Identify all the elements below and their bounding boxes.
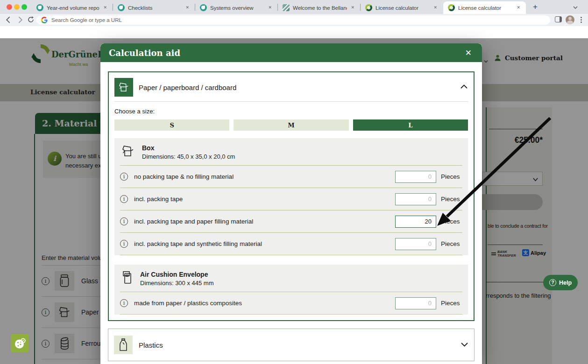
tab-title: License calculator xyxy=(375,5,430,11)
gruener-punkt-favicon xyxy=(365,4,372,11)
box-row-0: i no packing tape & no filling material … xyxy=(120,166,462,188)
address-placeholder: Search Google or type a URL xyxy=(51,17,122,23)
traffic-light-close[interactable] xyxy=(7,4,12,10)
welcome-page-favicon xyxy=(283,4,290,11)
paper-accordion-panel: Paper / paperboard / cardboard Choose a … xyxy=(108,71,475,321)
question-mark-icon: ? xyxy=(549,279,556,286)
browser-toolbar: Search Google or type a URL xyxy=(0,14,588,26)
bellandvision-favicon xyxy=(200,4,207,11)
info-icon[interactable]: i xyxy=(120,299,128,307)
unit-label: Pieces xyxy=(441,300,462,307)
plastics-section-title: Plastics xyxy=(139,341,163,349)
tab-checklists[interactable]: Checklists ✕ xyxy=(113,1,195,14)
pieces-input-filled[interactable] xyxy=(395,216,436,228)
size-selector: S M L xyxy=(114,119,468,131)
traffic-light-zoom[interactable] xyxy=(21,4,27,10)
tab-title: Year-end volume report xyxy=(47,5,99,11)
info-icon[interactable]: i xyxy=(120,240,128,248)
browser-tab-strip: Year-end volume report ✕ Checklists ✕ Sy… xyxy=(0,0,588,14)
tab-title: Welcome to the BellandVision w xyxy=(293,5,347,11)
tab-title: Checklists xyxy=(128,5,182,11)
tab-title: Systems overview xyxy=(210,5,264,11)
side-panel-icon[interactable] xyxy=(555,16,562,22)
pieces-input[interactable] xyxy=(395,297,436,309)
box-row-2: i incl. packing tape and paper filling m… xyxy=(120,210,462,233)
envelope-product-header: Air Cushion Envelope Dimensions: 300 x 4… xyxy=(120,265,462,292)
tab-welcome-bellandvision[interactable]: Welcome to the BellandVision w ✕ xyxy=(278,1,360,14)
unit-label: Pieces xyxy=(441,218,462,225)
tab-systems-overview[interactable]: Systems overview ✕ xyxy=(195,1,277,14)
reload-button[interactable] xyxy=(27,16,35,25)
help-label: Help xyxy=(559,280,572,286)
pieces-input[interactable] xyxy=(395,193,436,205)
bellandvision-favicon xyxy=(118,4,125,11)
pieces-input[interactable] xyxy=(395,238,436,250)
new-tab-button[interactable]: + xyxy=(530,1,541,13)
size-button-m[interactable]: M xyxy=(234,119,348,131)
envelope-title: Air Cushion Envelope xyxy=(140,271,214,278)
chevron-up-icon[interactable] xyxy=(460,83,468,91)
cookie-icon xyxy=(14,337,27,350)
forward-button[interactable] xyxy=(16,16,24,26)
gruener-punkt-favicon xyxy=(448,4,455,11)
tab-close-icon[interactable]: ✕ xyxy=(184,5,191,11)
info-icon[interactable]: i xyxy=(120,217,128,225)
modal-body: Paper / paperboard / cardboard Choose a … xyxy=(100,62,482,361)
box-product-header: Box Dimensions: 45,0 x 35,0 x 20,0 cm xyxy=(120,138,462,166)
pieces-input[interactable] xyxy=(395,171,436,183)
back-button[interactable] xyxy=(5,16,13,26)
close-icon[interactable]: ✕ xyxy=(463,48,474,58)
section-divider xyxy=(114,101,468,102)
tab-license-calculator-1[interactable]: License calculator ✕ xyxy=(361,1,443,14)
help-button[interactable]: ? Help xyxy=(543,275,578,290)
plastics-accordion-header[interactable]: Plastics xyxy=(108,329,475,361)
envelope-product-section: Air Cushion Envelope Dimensions: 300 x 4… xyxy=(114,265,468,315)
bellandvision-favicon xyxy=(36,4,43,11)
paper-section-title: Paper / paperboard / cardboard xyxy=(139,84,236,91)
tab-close-icon[interactable]: ✕ xyxy=(432,5,439,11)
paper-category-icon xyxy=(114,78,133,97)
box-icon xyxy=(120,143,136,161)
screenshot-root: Year-end volume report ✕ Checklists ✕ Sy… xyxy=(0,0,588,364)
modal-header: Calculation aid ✕ xyxy=(100,43,482,62)
tab-close-icon[interactable]: ✕ xyxy=(101,5,109,11)
info-icon[interactable]: i xyxy=(120,195,128,203)
tab-year-end-volume-report[interactable]: Year-end volume report ✕ xyxy=(32,1,113,14)
profile-avatar[interactable] xyxy=(566,15,574,24)
box-dimensions: Dimensions: 45,0 x 35,0 x 20,0 cm xyxy=(142,153,235,160)
info-icon[interactable]: i xyxy=(120,173,128,181)
box-row-3: i incl. packing tape and synthetic filli… xyxy=(120,233,462,255)
cookie-settings-button[interactable] xyxy=(11,334,29,352)
tab-license-calculator-active[interactable]: License calculator ✕ xyxy=(443,1,526,14)
tab-search-chevron-icon[interactable] xyxy=(573,4,578,12)
unit-label: Pieces xyxy=(441,240,462,247)
tab-close-icon[interactable]: ✕ xyxy=(266,5,274,11)
tab-title: License calculator xyxy=(458,5,513,11)
choose-size-label: Choose a size: xyxy=(114,108,468,115)
box-product-section: Box Dimensions: 45,0 x 35,0 x 20,0 cm i … xyxy=(114,138,468,255)
calculation-aid-modal: Calculation aid ✕ Paper / paperboard / c… xyxy=(100,43,482,364)
paper-accordion-header[interactable]: Paper / paperboard / cardboard xyxy=(114,78,468,97)
size-button-l-selected[interactable]: L xyxy=(353,119,468,131)
tab-close-icon[interactable]: ✕ xyxy=(349,5,356,11)
unit-label: Pieces xyxy=(441,196,462,203)
size-button-s[interactable]: S xyxy=(114,119,229,131)
unit-label: Pieces xyxy=(441,173,462,180)
box-row-1: i incl. packing tape Pieces xyxy=(120,188,462,210)
air-cushion-envelope-icon xyxy=(120,270,134,287)
envelope-dimensions: Dimensions: 300 x 445 mm xyxy=(140,280,214,287)
box-title: Box xyxy=(142,144,235,152)
modal-title: Calculation aid xyxy=(109,48,180,58)
browser-menu-icon[interactable] xyxy=(581,16,582,24)
address-bar[interactable]: Search Google or type a URL xyxy=(36,15,550,25)
envelope-row-0: i made from paper / plastics composites … xyxy=(120,292,462,315)
plastics-category-icon xyxy=(114,336,133,354)
tab-close-icon[interactable]: ✕ xyxy=(515,5,522,11)
traffic-light-minimize[interactable] xyxy=(14,4,20,10)
chevron-down-icon[interactable] xyxy=(460,341,468,349)
google-g-icon xyxy=(41,17,48,23)
